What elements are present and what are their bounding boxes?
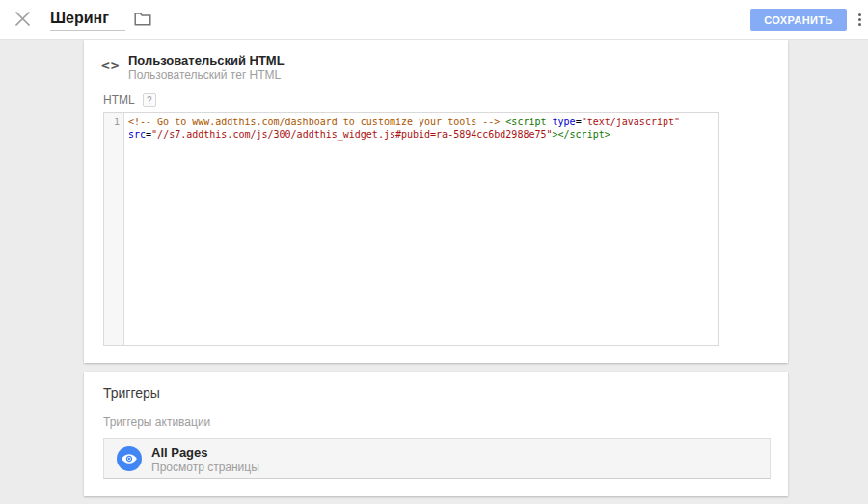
tag-type-subtitle: Пользовательский тег HTML [128, 68, 281, 82]
html-field-label-row: HTML ? [103, 93, 156, 107]
folder-icon [134, 12, 151, 30]
triggers-title: Триггеры [103, 385, 160, 401]
firing-triggers-label: Триггеры активации [103, 415, 210, 429]
tag-name-input[interactable]: Шеринг [50, 8, 125, 31]
close-icon [14, 11, 31, 31]
html-code-editor[interactable]: 1 <!-- Go to www.addthis.com/dashboard t… [103, 112, 719, 346]
editor-gutter: 1 [104, 113, 124, 345]
folder-button[interactable] [133, 12, 152, 29]
tag-type-title: Пользовательский HTML [128, 53, 285, 67]
vertical-dots-icon [858, 13, 861, 26]
html-field-label: HTML [103, 93, 135, 107]
trigger-type: Просмотр страницы [151, 461, 259, 474]
code-line-content[interactable]: <!-- Go to www.addthis.com/dashboard to … [124, 113, 718, 345]
trigger-row[interactable]: All Pages Просмотр страницы [103, 438, 771, 479]
custom-html-icon: <> [101, 57, 126, 76]
tag-configuration-card: <> Пользовательский HTML Пользовательски… [84, 40, 788, 363]
save-button[interactable]: СОХРАНИТЬ [750, 9, 847, 31]
triggers-card: Триггеры Триггеры активации All Pages Пр… [84, 372, 788, 496]
overflow-menu-button[interactable] [858, 13, 866, 30]
line-number: 1 [104, 116, 120, 128]
trigger-name: All Pages [151, 445, 208, 460]
close-button[interactable] [13, 11, 32, 30]
help-button[interactable]: ? [143, 93, 156, 107]
pageview-eye-icon [117, 446, 142, 471]
top-bar: Шеринг СОХРАНИТЬ [0, 0, 868, 40]
